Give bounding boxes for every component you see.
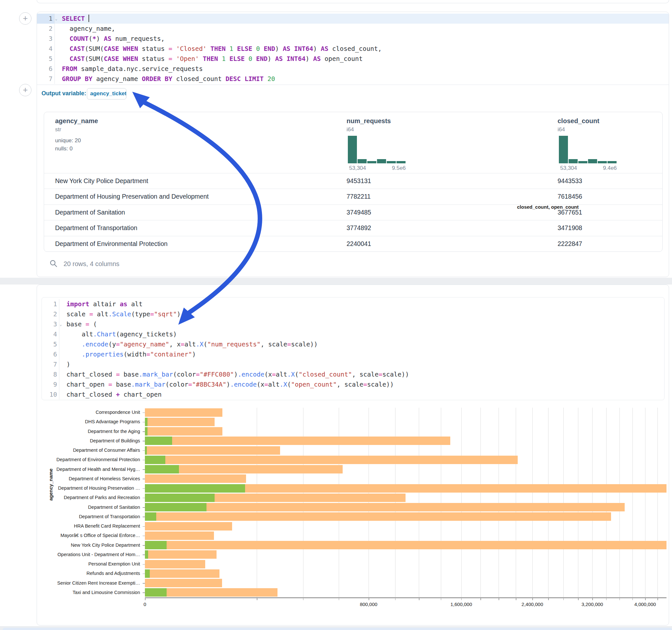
line-number: 3⌄ (42, 319, 59, 329)
gridline (461, 408, 462, 597)
table-cell: 7618456 (557, 193, 582, 200)
sql-editor[interactable]: 1⌄SELECT 2 agency_name,3 COUNT(*) AS num… (37, 14, 669, 84)
column-type: i64 (557, 126, 565, 133)
y-axis-label: Department of Homeless Services (1, 474, 140, 484)
bar-open-count (145, 437, 172, 445)
x-tick (632, 598, 633, 600)
table-cell: 2222847 (557, 240, 582, 248)
x-tick (548, 598, 549, 600)
add-cell-button-output[interactable]: + (19, 84, 31, 96)
y-tick (143, 479, 145, 479)
x-tick (657, 598, 658, 600)
column-header[interactable]: closed_count (557, 117, 599, 125)
bar-closed-count (145, 550, 217, 559)
bar-open-count (145, 484, 245, 492)
y-axis-label: Refunds and Adjustments (1, 569, 140, 578)
column-header[interactable]: agency_name (55, 117, 98, 125)
x-tick (368, 598, 369, 600)
table-row[interactable]: Department of Housing Preservation and D… (44, 189, 662, 204)
code-text: FROM sample_data.nyc.service_requests (54, 64, 202, 74)
editor-divider (37, 84, 669, 85)
text-caret (89, 15, 89, 22)
y-axis-label: Department of Buildings (1, 436, 140, 445)
table-row[interactable]: Department of Environmental Protection22… (44, 236, 662, 251)
histogram-bar (367, 161, 376, 163)
python-editor[interactable]: 1import altair as alt2scale = alt.Scale(… (42, 299, 665, 399)
gridline (548, 408, 549, 597)
code-line: 2 agency_name, (37, 24, 669, 34)
table-cell: Department of Sanitation (55, 209, 125, 216)
bar-closed-count (145, 446, 280, 455)
bar-closed-count (145, 579, 222, 587)
bar-open-count (145, 427, 147, 436)
table-cell: 2240041 (346, 240, 371, 248)
x-tick (339, 598, 339, 600)
code-line: 4 CAST(SUM(CASE WHEN status = 'Closed' T… (37, 44, 669, 54)
gridline (645, 408, 645, 597)
histogram-bar (358, 159, 367, 163)
bar-open-count (145, 512, 156, 521)
line-number: 9 (42, 380, 59, 390)
y-axis-label: Department of Environmental Protection (1, 455, 140, 464)
histogram-bar (607, 161, 617, 163)
column-histogram (348, 136, 408, 163)
line-number: 5 (37, 54, 54, 64)
y-axis-label: Senior Citizen Rent Increase Exempti… (1, 579, 140, 588)
histogram-bar (377, 159, 386, 163)
table-row[interactable]: Department of Transportation377489234719… (44, 220, 662, 236)
search-icon[interactable] (49, 259, 58, 268)
gridline (532, 408, 533, 597)
bar-open-count (145, 541, 167, 549)
collapse-chevron-icon[interactable]: ⌄ (59, 319, 62, 330)
y-tick (143, 422, 145, 422)
histogram-bar (348, 136, 357, 163)
column-type: i64 (346, 126, 354, 133)
line-number: 5 (42, 339, 59, 349)
table-row[interactable]: New York City Police Department945313194… (44, 173, 662, 189)
y-tick (143, 555, 145, 555)
x-axis-title: closed_count, open_count (517, 204, 579, 210)
column-histogram (559, 136, 619, 163)
gridline (592, 408, 593, 597)
code-line: 4 alt.Chart(agency_tickets) (42, 329, 665, 339)
line-number: 6 (42, 349, 59, 359)
bar-open-count (145, 493, 215, 502)
histogram-min-label: 53,304 (349, 165, 366, 171)
collapse-chevron-icon[interactable]: ⌄ (55, 14, 57, 24)
cell-gap-band (0, 278, 672, 285)
gridline (339, 408, 339, 597)
code-text: .properties(width="container") (59, 349, 196, 359)
histogram-bar (559, 136, 568, 163)
y-tick (143, 441, 145, 441)
gridline (563, 408, 564, 597)
table-cell: Department of Transportation (55, 224, 138, 232)
histogram-max-label: 9.4e6 (603, 165, 617, 171)
line-number: 2 (37, 24, 54, 34)
code-text: GROUP BY agency_name ORDER BY closed_cou… (54, 74, 275, 84)
y-tick (143, 413, 145, 413)
gridline (368, 408, 369, 597)
y-axis-label: New York City Police Department (1, 540, 140, 550)
gridline (499, 408, 499, 597)
bar-closed-count (145, 522, 232, 531)
y-axis-label: Correspondence Unit (1, 408, 140, 417)
line-number: 10 (42, 390, 59, 399)
column-header[interactable]: num_requests (346, 117, 391, 125)
histogram-bar (569, 159, 578, 163)
add-cell-button-top[interactable]: + (19, 12, 31, 25)
code-line: 7GROUP BY agency_name ORDER BY closed_co… (37, 74, 669, 84)
line-number: 4 (42, 329, 59, 339)
output-variable-label: Output variable: (42, 90, 86, 97)
line-number: 2 (42, 309, 59, 319)
altair-chart: Correspondence UnitDHS Advantage Program… (0, 408, 672, 615)
histogram-max-label: 9.5e6 (392, 165, 406, 171)
table-cell: New York City Police Department (55, 177, 148, 185)
table-cell: 3471908 (557, 224, 582, 232)
previous-cell-edge (37, 0, 669, 3)
gridline (606, 408, 606, 597)
table-cell: 9443533 (557, 177, 582, 185)
next-cell-edge[interactable] (3, 628, 672, 630)
output-variable-pill[interactable]: agency_tickets (87, 88, 126, 99)
line-number: 7 (37, 74, 54, 84)
bar-open-count (145, 446, 147, 455)
